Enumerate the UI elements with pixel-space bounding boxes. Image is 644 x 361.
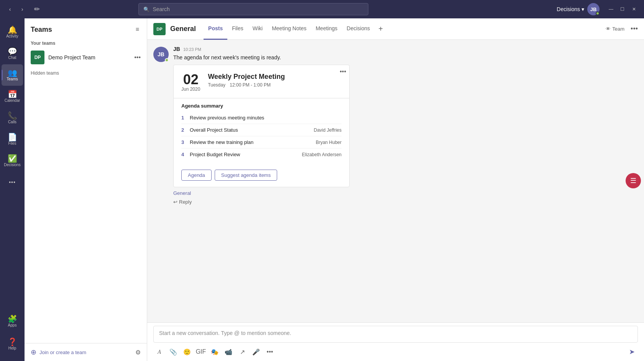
agenda-item-2-person: David Jeffries — [314, 127, 342, 133]
sidebar-item-apps[interactable]: 🧩 Apps — [2, 310, 23, 332]
tab-meeting-notes[interactable]: Meeting Notes — [267, 18, 311, 40]
meeting-date: 02 Jun 2020 — [181, 73, 200, 92]
reply-icon: ↩ — [173, 199, 177, 205]
window-controls: — ☐ ✕ — [606, 4, 639, 15]
sidebar-item-chat[interactable]: 💬 Chat — [2, 43, 23, 64]
decisions-dropdown[interactable]: Decisions ▾ — [557, 6, 584, 12]
message-avatar: JB — [153, 47, 169, 62]
compose-input[interactable]: Start a new conversation. Type @ to ment… — [153, 326, 638, 343]
meeting-time: Tuesday 12:00 PM - 1:00 PM — [208, 82, 285, 88]
settings-button[interactable]: ⚙ — [135, 349, 141, 356]
files-icon: 📄 — [8, 133, 17, 141]
reply-button[interactable]: ↩ Reply — [173, 198, 192, 206]
meet-button[interactable]: 📹 — [222, 346, 235, 358]
agenda-item-2-left: 2 Overall Project Status — [181, 127, 238, 133]
tab-decisions[interactable]: Decisions — [342, 18, 375, 40]
agenda-item-3-left: 3 Review the new training plan — [181, 139, 253, 145]
agenda-item-3: 3 Review the new training plan Bryan Hub… — [181, 136, 342, 149]
sidebar-item-files[interactable]: 📄 Files — [2, 129, 23, 150]
sidebar-item-calls[interactable]: 📞 Calls — [2, 107, 23, 129]
agenda-item-1-left: 1 Review previous meeting minutes — [181, 115, 264, 121]
search-bar: 🔍 — [138, 3, 368, 15]
loop-button[interactable]: ↗ — [236, 346, 248, 358]
audio-button[interactable]: 🎤 — [250, 346, 262, 358]
activity-icon: 🔔 — [8, 26, 17, 34]
agenda-item-4-left: 4 Project Budget Review — [181, 152, 240, 157]
online-status-dot — [596, 11, 600, 15]
general-link[interactable]: General — [173, 190, 638, 196]
agenda-button[interactable]: Agenda — [181, 170, 212, 181]
channel-name: General — [170, 25, 196, 33]
teams-icon: 👥 — [8, 69, 17, 77]
channel-tabs: Posts Files Wiki Meeting Notes Meetings … — [204, 18, 598, 40]
join-create-team-button[interactable]: ⊕ Join or create a team — [31, 348, 86, 356]
tab-posts[interactable]: Posts — [204, 18, 227, 40]
meeting-card-more-button[interactable]: ••• — [340, 68, 346, 75]
back-button[interactable]: ‹ — [5, 4, 15, 15]
calls-icon: 📞 — [8, 112, 17, 119]
teams-panel-header: Teams ≡ — [25, 18, 147, 38]
message-body: JB 10:23 PM The agenda for next week's m… — [173, 46, 638, 206]
sidebar-item-help[interactable]: ❓ Help — [2, 333, 23, 355]
minimize-button[interactable]: — — [606, 4, 616, 15]
agenda-item-4-text: Project Budget Review — [190, 152, 240, 157]
channel-dp-avatar: DP — [153, 23, 166, 35]
sidebar-item-calendar[interactable]: 📅 Calendar — [2, 86, 23, 107]
search-input[interactable] — [153, 6, 363, 12]
chat-icon: 💬 — [8, 47, 17, 55]
meeting-time-range: 12:00 PM - 1:00 PM — [230, 82, 271, 88]
sidebar-nav: 🔔 Activity 💬 Chat 👥 Teams 📅 Calendar 📞 C… — [0, 18, 25, 361]
message-container: JB JB 10:23 PM The agenda for next week'… — [153, 46, 638, 206]
sticker-button[interactable]: 🎭 — [209, 346, 221, 358]
sidebar-item-more[interactable]: ••• — [2, 172, 23, 193]
chevron-down-icon: ▾ — [582, 6, 584, 12]
message-header: JB 10:23 PM — [173, 46, 638, 52]
calendar-icon: 📅 — [8, 90, 17, 98]
meeting-date-month: Jun 2020 — [181, 87, 200, 92]
main-layout: 🔔 Activity 💬 Chat 👥 Teams 📅 Calendar 📞 C… — [0, 18, 644, 361]
meeting-card: ••• 02 Jun 2020 Weekly Project Meeting T… — [173, 65, 350, 187]
decisions-list-icon: ☰ — [630, 176, 636, 185]
sidebar-item-teams[interactable]: 👥 Teams — [2, 64, 23, 86]
tab-files[interactable]: Files — [227, 18, 248, 40]
hidden-teams-label: Hidden teams — [25, 67, 147, 79]
more-tools-button[interactable]: ••• — [264, 346, 276, 358]
agenda-item-3-text: Review the new training plan — [190, 139, 253, 145]
team-view-button[interactable]: 👁 Team — [603, 25, 628, 33]
meeting-info: Weekly Project Meeting Tuesday 12:00 PM … — [208, 73, 285, 88]
close-button[interactable]: ✕ — [629, 4, 639, 15]
giphy-button[interactable]: GIF — [195, 346, 207, 358]
send-button[interactable]: ➤ — [626, 346, 638, 358]
team-name: Demo Project Team — [48, 54, 130, 60]
tab-wiki[interactable]: Wiki — [248, 18, 267, 40]
meeting-day: Tuesday — [208, 82, 225, 88]
agenda-item-1: 1 Review previous meeting minutes — [181, 112, 342, 124]
forward-button[interactable]: › — [17, 4, 28, 15]
agenda-item-1-text: Review previous meeting minutes — [190, 115, 264, 121]
compose-button[interactable]: ✏ — [31, 3, 43, 15]
decisions-panel-icon[interactable]: ☰ — [626, 173, 641, 188]
agenda-item-2-text: Overall Project Status — [190, 127, 238, 133]
add-tab-button[interactable]: + — [375, 23, 387, 35]
title-bar-right: Decisions ▾ JB — ☐ ✕ — [557, 3, 639, 15]
format-button[interactable]: 𝐴 — [153, 346, 166, 358]
user-avatar[interactable]: JB — [587, 3, 600, 15]
suggest-agenda-button[interactable]: Suggest agenda items — [215, 170, 277, 181]
meeting-card-header: 02 Jun 2020 Weekly Project Meeting Tuesd… — [174, 65, 349, 98]
agenda-item-3-num: 3 — [181, 139, 187, 145]
maximize-button[interactable]: ☐ — [617, 4, 628, 15]
attach-button[interactable]: 📎 — [167, 346, 179, 358]
help-icon: ❓ — [8, 338, 17, 346]
filter-button[interactable]: ≡ — [134, 25, 141, 34]
eye-icon: 👁 — [606, 26, 611, 32]
channel-header: DP General Posts Files Wiki Meeting Note… — [147, 18, 644, 40]
team-item-demo[interactable]: DP Demo Project Team ••• — [25, 47, 147, 67]
team-more-button[interactable]: ••• — [134, 54, 141, 61]
emoji-button[interactable]: 🙂 — [181, 346, 193, 358]
sidebar-item-decisions[interactable]: ✅ Decisions — [2, 150, 23, 172]
compose-toolbar: 𝐴 📎 🙂 GIF 🎭 📹 ↗ 🎤 ••• ➤ — [153, 346, 638, 358]
channel-more-button[interactable]: ••• — [631, 25, 638, 33]
sidebar-item-activity[interactable]: 🔔 Activity — [2, 21, 23, 43]
agenda-title: Agenda summary — [181, 103, 342, 109]
tab-meetings[interactable]: Meetings — [311, 18, 342, 40]
